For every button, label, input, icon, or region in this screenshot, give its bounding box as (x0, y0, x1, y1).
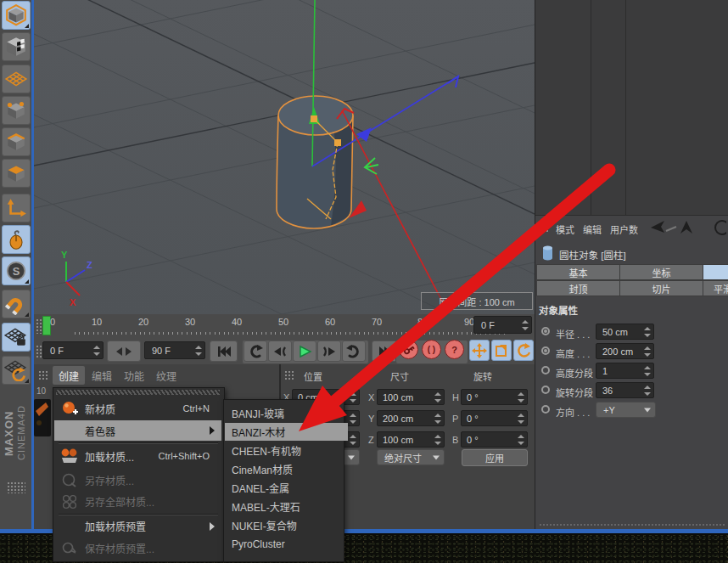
prop-hsegments-field[interactable]: 1 (596, 363, 654, 379)
goto-start-button[interactable] (210, 341, 238, 362)
spinner[interactable] (517, 414, 524, 424)
prop-rsegments-field[interactable]: 36 (596, 382, 654, 398)
panel-bottom-handle[interactable] (539, 523, 725, 526)
move-tool-button[interactable] (469, 340, 490, 361)
range-start-field[interactable]: 0 F (42, 341, 104, 359)
menu-create[interactable]: 创建 (53, 366, 85, 385)
tab-basic[interactable]: 基本 (536, 264, 620, 280)
menu-item-load-preset[interactable]: 加载材质预置 (54, 515, 221, 537)
material-thumbnail[interactable] (34, 399, 51, 436)
record-params-button[interactable]: ( ) (422, 340, 441, 359)
coordinate-drag-handle[interactable] (284, 370, 295, 381)
current-frame-field[interactable]: 0 F (473, 316, 532, 334)
anim-dot-orientation[interactable] (541, 405, 550, 414)
snap-mode-button[interactable] (2, 290, 31, 318)
spinner[interactable] (434, 435, 441, 445)
spinner[interactable] (434, 392, 441, 403)
spinner[interactable] (643, 346, 651, 357)
spinner[interactable] (643, 386, 651, 396)
spinner[interactable] (194, 346, 202, 356)
size-z-field[interactable]: 100 cm (377, 431, 445, 448)
anim-dot-radius[interactable] (541, 327, 550, 335)
attr-nav-arrows[interactable] (646, 219, 726, 236)
spinner[interactable] (517, 392, 524, 403)
prop-orientation-dropdown[interactable]: +Y (596, 402, 656, 418)
material-manager-drag-handle[interactable] (38, 370, 49, 381)
submenu-item-pyrocluster[interactable]: PyroCluster (225, 535, 348, 553)
prop-height-field[interactable]: 200 cm (596, 343, 654, 359)
rot-p-field[interactable]: 0 ° (461, 410, 528, 426)
texture-mode-button[interactable] (2, 32, 31, 61)
viewport[interactable]: Y Z X 网格间距 : 100 cm (34, 0, 535, 315)
submenu-item-banzi[interactable]: BANZI-木材 (225, 423, 348, 441)
rot-b-field[interactable]: 0 ° (461, 431, 528, 448)
attribute-drag-handle[interactable] (539, 222, 550, 234)
spinner[interactable] (643, 327, 651, 337)
model-mode-button[interactable] (2, 1, 31, 30)
menu-item-load-material[interactable]: 加载材质... Ctrl+Shift+O (54, 444, 221, 468)
apply-button[interactable]: 应用 (462, 449, 528, 466)
submenu-item-mabel[interactable]: MABEL-大理石 (225, 498, 348, 515)
spinner[interactable] (517, 435, 524, 445)
menu-edit[interactable]: 编辑 (86, 366, 118, 385)
spinner[interactable] (349, 392, 356, 403)
frame-step-buttons[interactable] (107, 341, 141, 362)
range-end-field[interactable]: 90 F (144, 341, 205, 359)
attr-menu-mode[interactable]: 模式 (556, 222, 574, 236)
spinner[interactable] (349, 414, 356, 424)
menu-function[interactable]: 功能 (118, 366, 150, 385)
play-backward-button[interactable] (244, 341, 267, 362)
timeline-ruler[interactable]: 0 10 20 30 40 50 60 70 80 90 0 F (34, 314, 535, 339)
anim-dot-rsegments[interactable] (541, 386, 550, 394)
tab-caps[interactable]: 封顶 (536, 280, 620, 296)
tab-slice[interactable]: 切片 (619, 280, 703, 296)
prev-key-button[interactable] (268, 341, 292, 362)
workplane-lock-button[interactable] (2, 323, 31, 352)
edges-mode-button[interactable] (2, 127, 31, 156)
spinner[interactable] (521, 320, 529, 330)
play-forward-loop-button[interactable] (342, 341, 366, 362)
record-question-button[interactable]: ? (445, 340, 464, 359)
spinner[interactable] (643, 366, 651, 376)
workplane-rotate-button[interactable] (2, 356, 31, 385)
menu-item-save-material[interactable]: 另存材质... (54, 470, 221, 491)
attr-menu-edit[interactable]: 编辑 (583, 222, 602, 236)
ruler-drag-handle[interactable] (36, 318, 42, 334)
polygons-mode-button[interactable] (2, 159, 31, 188)
menu-item-new-material[interactable]: 新材质 Ctrl+N (54, 397, 221, 420)
spinner[interactable] (349, 435, 356, 445)
scale-tool-button[interactable] (491, 340, 512, 361)
tab-object[interactable]: 对象 (703, 264, 728, 280)
submenu-item-banji[interactable]: BANJI-玻璃 (225, 404, 348, 422)
points-mode-button[interactable] (2, 96, 31, 125)
axis-mode-button[interactable] (2, 194, 31, 222)
menu-item-save-all-materials[interactable]: 另存全部材质... (54, 491, 221, 512)
rotate-tool-button[interactable] (513, 340, 534, 361)
size-mode-dropdown[interactable]: 绝对尺寸 (377, 449, 445, 465)
submenu-item-cineman[interactable]: CineMan材质 (225, 460, 348, 478)
sds-mode-button[interactable]: S (2, 256, 31, 285)
submenu-item-cheen[interactable]: CHEEN-有机物 (225, 442, 348, 459)
submenu-item-nukei[interactable]: NUKEI-复合物 (225, 516, 348, 534)
viewport-solo-mode-button[interactable] (2, 225, 31, 254)
menu-texture[interactable]: 纹理 (150, 366, 182, 385)
menu-item-shader[interactable]: 着色器 (54, 420, 221, 441)
anim-dot-hsegments[interactable] (541, 366, 550, 374)
record-key-button[interactable] (399, 340, 418, 359)
attr-menu-userdata[interactable]: 用户数 (610, 222, 638, 236)
menu-tearoff-strip[interactable] (56, 390, 220, 395)
workplane-mode-button[interactable] (2, 65, 31, 93)
transport-drag-handle[interactable] (36, 345, 42, 358)
menu-item-save-preset[interactable]: 保存材质预置... (54, 537, 221, 559)
spinner[interactable] (434, 414, 441, 424)
submenu-item-danel[interactable]: DANEL-金属 (225, 479, 348, 497)
rot-h-field[interactable]: 0 ° (461, 389, 528, 405)
anim-dot-height[interactable] (541, 346, 550, 355)
spinner[interactable] (92, 346, 100, 356)
palette-drag-handle[interactable] (7, 481, 25, 493)
tab-phong[interactable]: 平滑着色 (703, 280, 728, 296)
prop-radius-field[interactable]: 50 cm (596, 324, 654, 340)
next-key-button[interactable] (317, 341, 341, 362)
tab-coordinates[interactable]: 坐标 (619, 264, 703, 280)
size-x-field[interactable]: 100 cm (377, 389, 445, 405)
